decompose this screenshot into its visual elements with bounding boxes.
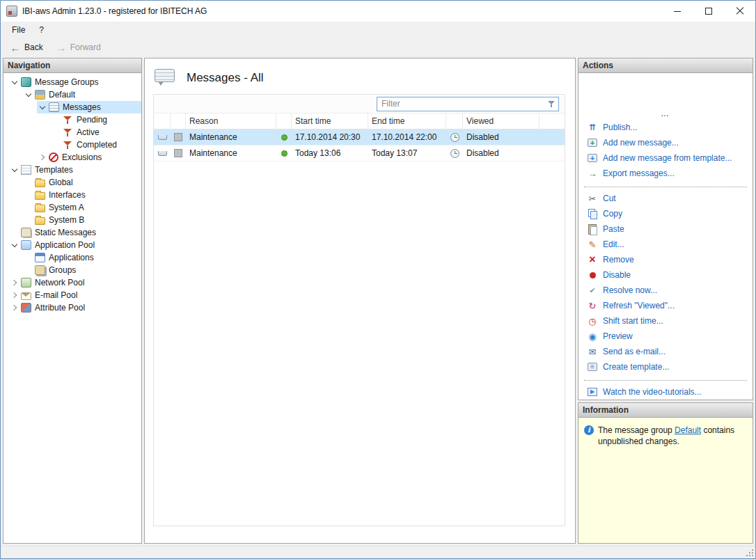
back-button[interactable]: Back: [3, 40, 49, 55]
column-header-blank: [276, 113, 292, 129]
tree-item[interactable]: Message Groups: [9, 76, 141, 88]
table-row[interactable]: Maintenance 17.10.2014 20:30 17.10.2014 …: [154, 129, 565, 145]
tree-item[interactable]: System A: [23, 201, 141, 214]
window-title: IBI-aws Admin 1.23.0 - registered for IB…: [22, 6, 661, 16]
preview-icon: [587, 331, 598, 342]
action-item[interactable]: Publish...: [578, 120, 753, 135]
tree-item-label: Completed: [77, 140, 117, 150]
tree-item[interactable]: Static Messages: [9, 226, 141, 239]
resize-grip[interactable]: [745, 548, 754, 557]
action-item[interactable]: Add new message...: [578, 135, 753, 150]
action-item[interactable]: Paste: [578, 221, 753, 237]
maximize-button[interactable]: [693, 1, 724, 22]
tree-item[interactable]: Network Pool: [9, 276, 141, 289]
tree-expander-icon[interactable]: [23, 252, 34, 263]
folder-icon: [35, 217, 45, 225]
tree-expander-icon[interactable]: [37, 102, 48, 113]
tree-expander-icon[interactable]: [51, 139, 62, 150]
column-header-blank: [171, 113, 186, 129]
table-row[interactable]: Maintenance Today 13:06 Today 13:07 Disa…: [154, 145, 565, 162]
tree-expander-icon[interactable]: [37, 152, 48, 163]
action-item[interactable]: Edit...: [578, 237, 753, 252]
action-item[interactable]: Refresh "Viewed"...: [578, 298, 753, 313]
tree-expander-icon[interactable]: [9, 277, 20, 288]
action-item[interactable]: Remove: [578, 252, 753, 267]
tree-item[interactable]: Global: [23, 176, 141, 189]
actions-overflow-indicator[interactable]: …: [578, 109, 753, 120]
tree-expander-icon[interactable]: [23, 265, 34, 276]
menu-help[interactable]: ?: [32, 23, 51, 37]
tree-item[interactable]: Interfaces: [23, 189, 141, 201]
tree-item[interactable]: Pending: [51, 113, 141, 126]
tree-expander-icon[interactable]: [23, 177, 34, 188]
information-panel-header: Information: [578, 403, 753, 418]
action-label: Shift start time...: [603, 316, 663, 326]
close-button[interactable]: [724, 1, 755, 22]
action-item[interactable]: Shift start time...: [578, 313, 753, 329]
action-item[interactable]: Copy: [578, 206, 753, 221]
action-label: Disable: [603, 270, 631, 280]
tree-item[interactable]: Groups: [23, 264, 141, 276]
remove-icon: [587, 254, 598, 265]
network-pool-icon: [21, 278, 31, 288]
action-item[interactable]: Cut: [578, 191, 753, 206]
tree-expander-icon[interactable]: [23, 214, 34, 226]
tree-expander-icon[interactable]: [9, 164, 20, 175]
tree-expander-icon[interactable]: [23, 202, 34, 213]
action-item[interactable]: Add new message from template...: [578, 150, 753, 166]
start-time-cell: 17.10.2014 20:30: [292, 132, 368, 142]
table-body: Maintenance 17.10.2014 20:30 17.10.2014 …: [154, 129, 565, 526]
tree-expander-icon[interactable]: [9, 227, 20, 238]
applications-icon: [35, 253, 45, 262]
action-item[interactable]: Export messages...: [578, 166, 753, 181]
column-header-reason[interactable]: Reason: [186, 113, 276, 129]
tree-expander-icon[interactable]: [9, 290, 20, 301]
tree-item[interactable]: Application Pool: [9, 239, 141, 251]
action-item[interactable]: [584, 375, 747, 381]
tree-item[interactable]: E-mail Pool: [9, 289, 141, 301]
action-item[interactable]: [584, 181, 747, 187]
tree-expander-icon[interactable]: [23, 189, 34, 200]
publish-icon: [587, 122, 598, 133]
resolve-icon: [587, 285, 598, 296]
menu-file[interactable]: File: [5, 23, 32, 37]
action-item[interactable]: Send as e-mail...: [578, 344, 753, 359]
action-label: Refresh "Viewed"...: [603, 301, 675, 310]
action-item[interactable]: Create template...: [578, 359, 753, 375]
column-header-viewed[interactable]: Viewed: [463, 113, 540, 129]
column-header-end-time[interactable]: End time: [368, 113, 446, 129]
table-header: Reason Start time End time Viewed: [154, 113, 565, 129]
information-panel: Information i The message group Default …: [578, 402, 753, 544]
close-icon: [736, 7, 744, 15]
information-panel-title: Information: [583, 405, 629, 415]
tree-expander-icon[interactable]: [51, 114, 62, 125]
default-group-link[interactable]: Default: [675, 425, 701, 435]
tree-item[interactable]: System B: [23, 214, 141, 226]
tree-expander-icon[interactable]: [9, 77, 20, 88]
tree-item[interactable]: Completed: [51, 139, 141, 151]
tree-item-label: Global: [49, 178, 73, 187]
tree-expander-icon[interactable]: [9, 302, 20, 313]
minimize-button[interactable]: [661, 1, 693, 22]
tree-expander-icon[interactable]: [9, 239, 20, 251]
tree-item-label: Interfaces: [49, 190, 86, 200]
tree-item[interactable]: Messages: [37, 101, 141, 113]
tree-item[interactable]: Attribute Pool: [9, 301, 141, 314]
tree-item[interactable]: Default: [23, 88, 141, 101]
action-item[interactable]: Resolve now...: [578, 283, 753, 298]
tree-item[interactable]: Active: [51, 126, 141, 139]
disable-icon: [587, 269, 598, 281]
tree-item[interactable]: Exclusions: [37, 151, 141, 164]
forward-button[interactable]: Forward: [49, 40, 107, 55]
action-item[interactable]: Watch the video-tutorials...: [578, 384, 753, 400]
end-time-cell: Today 13:07: [368, 148, 446, 158]
action-item[interactable]: Disable: [578, 267, 753, 283]
tree-expander-icon[interactable]: [51, 127, 62, 138]
tree-item[interactable]: Applications: [23, 251, 141, 264]
action-item[interactable]: Preview: [578, 329, 753, 344]
static-messages-icon: [21, 228, 31, 237]
tree-item[interactable]: Templates: [9, 164, 141, 176]
column-header-start-time[interactable]: Start time: [292, 113, 368, 129]
filter-input[interactable]: [377, 97, 559, 111]
tree-expander-icon[interactable]: [23, 89, 34, 100]
